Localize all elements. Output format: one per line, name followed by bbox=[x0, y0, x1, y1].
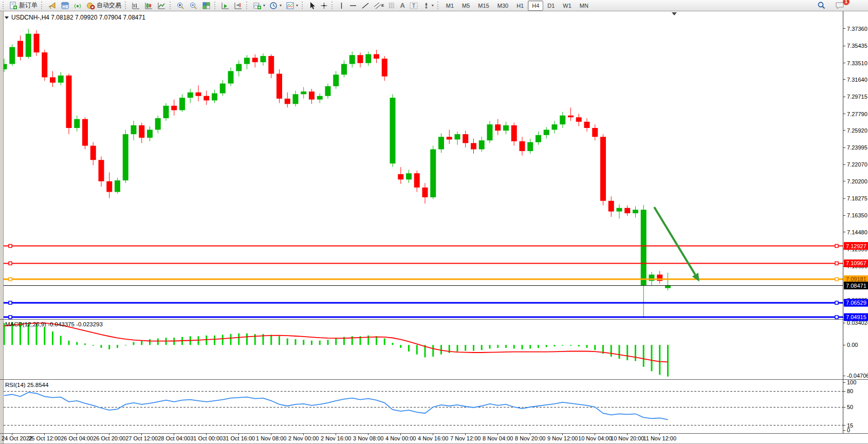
macd-bar bbox=[457, 345, 458, 351]
tab-timeframe-m15[interactable]: M15 bbox=[474, 1, 493, 11]
price-level-label: 7.12927 bbox=[846, 243, 866, 249]
price-level-label: 7.08471 bbox=[846, 283, 866, 289]
auto-scroll-button[interactable] bbox=[219, 0, 232, 11]
zoom-in-button[interactable] bbox=[174, 0, 187, 11]
window-icon bbox=[61, 2, 69, 10]
candle bbox=[285, 99, 290, 104]
tab-timeframe-mn[interactable]: MN bbox=[576, 1, 593, 11]
support-line-1-handle[interactable] bbox=[9, 301, 12, 304]
chart-window[interactable]: 7.373607.354357.335107.316407.297157.277… bbox=[0, 11, 868, 444]
chart-title: USDCNH-,H4 7.08182 7.09920 7.07904 7.084… bbox=[11, 14, 145, 21]
resistance-line-1-handle[interactable] bbox=[835, 245, 838, 248]
toolbar-grip bbox=[246, 2, 249, 9]
label-tool-letter: T bbox=[412, 3, 415, 8]
rsi-line bbox=[4, 392, 668, 419]
candle bbox=[471, 143, 476, 149]
chart-shift-button[interactable] bbox=[232, 0, 245, 11]
chart-shift-marker[interactable] bbox=[672, 12, 677, 15]
indicators-button[interactable]: ▾ bbox=[251, 0, 267, 11]
text-label-button[interactable]: T bbox=[407, 0, 420, 11]
trendline-button[interactable] bbox=[359, 0, 372, 11]
macd-bar bbox=[538, 345, 539, 348]
tab-timeframe-w1[interactable]: W1 bbox=[559, 1, 576, 11]
macd-bar bbox=[635, 345, 636, 361]
toolbar-grip bbox=[41, 2, 44, 9]
periods-button[interactable]: ▾ bbox=[267, 0, 284, 11]
candle bbox=[430, 150, 436, 197]
text-button[interactable]: A bbox=[398, 0, 407, 11]
chart-canvas[interactable]: 7.373607.354357.335107.316407.297157.277… bbox=[0, 11, 868, 444]
macd-bar bbox=[327, 340, 329, 345]
line-chart-button[interactable] bbox=[155, 0, 168, 11]
chart-expand-icon[interactable] bbox=[5, 16, 9, 19]
new-order-button[interactable]: 新订单 bbox=[7, 0, 40, 11]
macd-bar bbox=[529, 345, 531, 348]
candle bbox=[244, 58, 250, 64]
candle bbox=[422, 188, 428, 197]
macd-bar bbox=[93, 345, 94, 345]
zoom-out-button[interactable] bbox=[187, 0, 200, 11]
equidistant-channel-button[interactable]: E bbox=[372, 0, 386, 11]
crosshair-icon bbox=[320, 2, 328, 10]
annotation-arrow[interactable] bbox=[654, 207, 695, 274]
candle bbox=[665, 286, 671, 288]
tile-windows-button[interactable] bbox=[200, 0, 213, 11]
price-tick-label: 7.37360 bbox=[847, 26, 867, 32]
macd-bar bbox=[84, 343, 86, 345]
fibonacci-button[interactable] bbox=[386, 0, 398, 11]
candle bbox=[236, 64, 242, 71]
time-tick-label: 8 Nov 20:00 bbox=[515, 435, 545, 441]
candle bbox=[365, 54, 371, 63]
cursor-icon bbox=[308, 2, 316, 10]
candle bbox=[358, 55, 363, 63]
time-tick-label: 26 Oct 04:00 bbox=[61, 435, 93, 441]
candle bbox=[309, 91, 315, 100]
macd-bar bbox=[465, 345, 466, 350]
candle bbox=[592, 128, 598, 137]
resistance-line-1-handle[interactable] bbox=[9, 245, 12, 248]
pivot-line-handle[interactable] bbox=[835, 278, 838, 281]
price-tick-label: 7.14480 bbox=[847, 229, 867, 235]
support-line-2-handle[interactable] bbox=[9, 316, 12, 319]
support-line-1-handle[interactable] bbox=[835, 301, 838, 304]
macd-bar bbox=[117, 345, 118, 348]
search-button[interactable] bbox=[815, 0, 828, 11]
bar-chart-button[interactable] bbox=[130, 0, 142, 11]
time-tick-label: 26 Oct 20:00 bbox=[93, 435, 125, 441]
pivot-line-handle[interactable] bbox=[9, 278, 12, 281]
resistance-line-2-handle[interactable] bbox=[9, 262, 12, 265]
tab-timeframe-m1[interactable]: M1 bbox=[442, 1, 458, 11]
candlestick-chart-button[interactable] bbox=[142, 0, 155, 11]
crosshair-button[interactable] bbox=[318, 0, 330, 11]
candle bbox=[406, 173, 412, 179]
time-tick-label: 9 Nov 12:00 bbox=[547, 435, 578, 441]
horizontal-line-button[interactable] bbox=[347, 0, 359, 11]
time-tick-label: 28 Oct 04:00 bbox=[158, 435, 190, 441]
tab-timeframe-m5[interactable]: M5 bbox=[458, 1, 474, 11]
templates-button[interactable]: ▾ bbox=[284, 0, 300, 11]
tab-timeframe-m30[interactable]: M30 bbox=[493, 1, 512, 11]
clock-icon bbox=[269, 2, 278, 10]
cursor-button[interactable] bbox=[306, 0, 318, 11]
signals-button[interactable] bbox=[71, 0, 84, 11]
alerts-button[interactable] bbox=[46, 0, 59, 11]
tab-timeframe-h4[interactable]: H4 bbox=[528, 1, 543, 11]
toolbar-grip bbox=[331, 2, 335, 9]
chat-button[interactable]: 1 bbox=[833, 0, 846, 11]
support-line-2-handle[interactable] bbox=[835, 316, 838, 319]
toolbar-grip bbox=[3, 2, 6, 9]
macd-bar bbox=[659, 345, 660, 375]
tab-timeframe-d1[interactable]: D1 bbox=[543, 1, 559, 11]
tab-timeframe-h1[interactable]: H1 bbox=[512, 1, 528, 11]
macd-bar bbox=[384, 338, 385, 345]
auto-trading-button[interactable]: 自动交易 bbox=[84, 0, 123, 11]
resistance-line-2-handle[interactable] bbox=[835, 262, 838, 265]
candle bbox=[584, 122, 590, 128]
vertical-line-button[interactable] bbox=[336, 0, 347, 11]
macd-bar bbox=[141, 341, 142, 345]
arrows-button[interactable]: ▾ bbox=[420, 0, 436, 11]
toolbar-grip bbox=[170, 2, 173, 9]
market-watch-button[interactable] bbox=[59, 0, 71, 11]
candle bbox=[26, 34, 31, 57]
rsi-tick-label: 50 bbox=[847, 404, 853, 410]
